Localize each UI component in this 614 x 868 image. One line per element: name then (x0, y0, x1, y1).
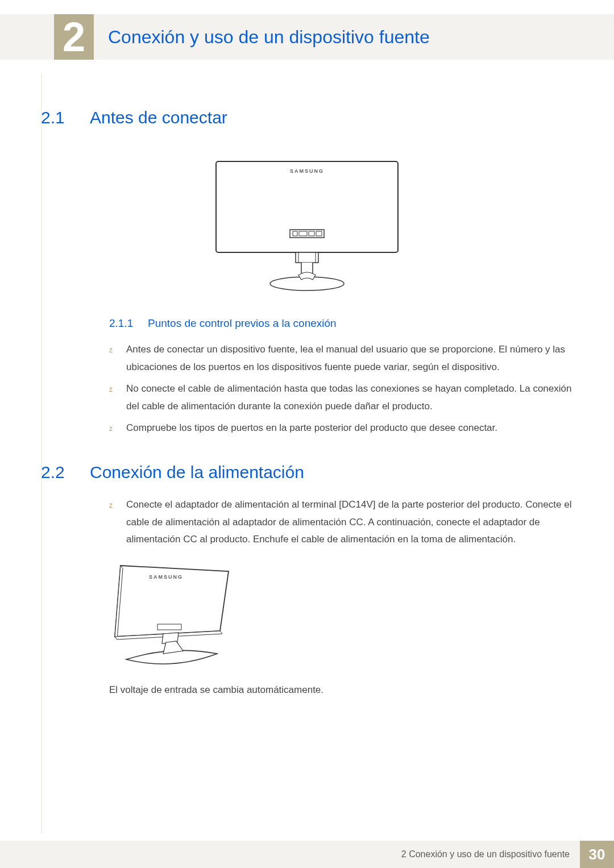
monitor-rear-icon: SAMSUNG (210, 156, 404, 292)
footer-chapter-label: 2 Conexión y uso de un dispositivo fuent… (0, 841, 580, 868)
svg-rect-6 (296, 252, 318, 263)
list-item: z No conecte el cable de alimentación ha… (109, 380, 573, 415)
section-2-2-heading: 2.2 Conexión de la alimentación (41, 463, 573, 482)
subsection-title: Puntos de control previos a la conexión (148, 317, 337, 330)
section-2-1-heading: 2.1 Antes de conectar (41, 108, 573, 127)
list-item-text: Compruebe los tipos de puertos en la par… (126, 420, 573, 437)
list-item-text: Antes de conectar un dispositivo fuente,… (126, 341, 573, 376)
list-item: z Conecte el adaptador de alimentación a… (109, 496, 573, 549)
bullet-marker-icon: z (109, 500, 115, 549)
bullet-list-2-2: z Conecte el adaptador de alimentación a… (109, 496, 573, 549)
bullet-list-2-1-1: z Antes de conectar un dispositivo fuent… (109, 341, 573, 437)
bullet-marker-icon: z (109, 423, 115, 437)
list-item-text: Conecte el adaptador de alimentación al … (126, 496, 573, 549)
page-footer: 2 Conexión y uso de un dispositivo fuent… (0, 841, 614, 868)
content-area: 2.1 Antes de conectar SAMSUNG (41, 108, 573, 696)
list-item: z Compruebe los tipos de puertos en la p… (109, 420, 573, 437)
section-2-1-1-heading: 2.1.1 Puntos de control previos a la con… (109, 317, 573, 330)
figure-caption: El voltaje de entrada se cambia automáti… (109, 684, 573, 696)
figure-brand-label: SAMSUNG (149, 574, 183, 580)
svg-rect-10 (157, 624, 181, 630)
section-title: Antes de conectar (90, 108, 227, 127)
chapter-title: Conexión y uso de un dispositivo fuente (108, 14, 430, 60)
list-item-text: No conecte el cable de alimentación hast… (126, 380, 573, 415)
subsection-number: 2.1.1 (109, 317, 138, 330)
svg-rect-0 (216, 161, 398, 252)
page: 2 Conexión y uso de un dispositivo fuent… (0, 0, 614, 868)
svg-point-9 (270, 277, 344, 290)
chapter-badge: 2 (54, 14, 94, 60)
figure-brand-label: SAMSUNG (290, 168, 324, 174)
chapter-number: 2 (63, 16, 85, 57)
list-item: z Antes de conectar un dispositivo fuent… (109, 341, 573, 376)
section-number: 2.2 (41, 463, 75, 482)
monitor-perspective-icon: SAMSUNG (109, 557, 240, 671)
section-number: 2.1 (41, 108, 75, 127)
figure-monitor-perspective: SAMSUNG (109, 557, 240, 673)
bullet-marker-icon: z (109, 384, 115, 415)
bullet-marker-icon: z (109, 344, 115, 376)
footer-page-number: 30 (580, 841, 614, 868)
section-title: Conexión de la alimentación (90, 463, 304, 482)
figure-monitor-rear: SAMSUNG (210, 156, 404, 294)
